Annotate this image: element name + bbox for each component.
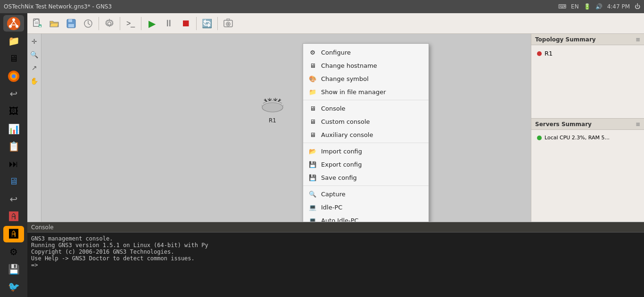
pan-tool[interactable]: ✋	[29, 75, 40, 87]
stop-all-button[interactable]: ⏹	[178, 16, 194, 32]
console-header: Console	[27, 222, 644, 233]
keyboard-icon: ⌨	[558, 3, 566, 10]
toolbar-sep-4	[196, 17, 197, 30]
new-button[interactable]	[29, 16, 45, 32]
menu-auto-idle-pc[interactable]: 💻 Auto Idle-PC	[303, 214, 429, 222]
console-body[interactable]: GNS3 management console. Running GNS3 ve…	[27, 233, 644, 297]
toolbar-sep-3	[141, 17, 141, 30]
menu-change-hostname[interactable]: 🖥 Change hostname	[303, 59, 429, 72]
servers-content: Local CPU 2.3%, RAM 5...	[531, 130, 644, 145]
auto-idle-pc-label: Auto Idle-PC	[321, 217, 359, 222]
menu-custom-console[interactable]: 🖥 Custom console	[303, 115, 429, 128]
dock-bird[interactable]: 🐦	[3, 279, 24, 295]
change-symbol-label: Change symbol	[321, 75, 369, 82]
auxiliary-console-icon: 🖥	[309, 131, 316, 138]
servers-expand[interactable]: ≡	[636, 121, 640, 128]
toolbar-sep-2	[120, 17, 120, 30]
zoom-in-tool[interactable]: 🔍	[29, 49, 40, 60]
console-label: Console	[321, 105, 346, 112]
console-line-2: Running GNS3 version 1.5.1 on Linux (64-…	[31, 242, 640, 249]
app-title: OSTechNix Test Network.gns3* - GNS3	[4, 3, 112, 10]
router-r1[interactable]: R1	[258, 95, 287, 124]
menu-capture[interactable]: 🔍 Capture	[303, 187, 429, 201]
export-icon: 💾	[309, 161, 316, 168]
topology-node-r1[interactable]: R1	[535, 49, 640, 58]
router-svg	[258, 95, 287, 116]
console-line-3: Copyright (c) 2006-2016 GNS3 Technologie…	[31, 249, 640, 255]
configure-icon: ⚙	[309, 48, 316, 56]
dock-image[interactable]: 🖼	[3, 103, 24, 120]
dock-text[interactable]: 📋	[3, 138, 24, 154]
recent-button[interactable]	[80, 16, 96, 32]
screenshot-button[interactable]	[220, 16, 236, 32]
servers-title: Servers Summary	[535, 121, 592, 128]
svg-point-3	[9, 25, 12, 28]
topology-content: R1	[531, 45, 644, 62]
menu-show-in-file-manager[interactable]: 📁 Show in file manager	[303, 85, 429, 98]
dock-settings[interactable]: ⚙	[3, 243, 24, 260]
toolbar-sep-5	[217, 17, 218, 30]
dock-media[interactable]: ⏭	[3, 156, 24, 172]
preferences-button[interactable]	[101, 16, 117, 32]
menu-configure[interactable]: ⚙ Configure	[303, 46, 429, 59]
dock-files[interactable]: 📁	[3, 32, 24, 49]
dock-back[interactable]: ↩	[3, 85, 24, 102]
dock-back2[interactable]: ↩	[3, 191, 24, 207]
router-label: R1	[269, 117, 276, 124]
svg-rect-19	[227, 19, 230, 20]
svg-point-6	[12, 74, 16, 78]
dock-font[interactable]: 🅰	[3, 208, 24, 225]
custom-console-label: Custom console	[321, 118, 370, 125]
console-icon: 🖥	[309, 104, 316, 112]
dock-ubuntu[interactable]	[3, 15, 24, 32]
idle-pc-icon: 💻	[309, 203, 316, 211]
reload-button[interactable]: 🔄	[199, 16, 215, 32]
titlebar-right: ⌨ EN 🔋 🔊 4:47 PM ⏻	[558, 3, 640, 10]
titlebar: OSTechNix Test Network.gns3* - GNS3 ⌨ EN…	[0, 0, 644, 13]
save-button[interactable]	[63, 16, 79, 32]
menu-export-config[interactable]: 💾 Export config	[303, 158, 429, 171]
clock: 4:47 PM	[607, 3, 630, 10]
titlebar-left: OSTechNix Test Network.gns3* - GNS3	[4, 3, 112, 10]
import-config-label: Import config	[321, 148, 362, 155]
canvas-tools: ✛ 🔍 ↗ ✋	[27, 34, 41, 222]
configure-label: Configure	[321, 49, 351, 56]
auxiliary-console-label: Auxiliary console	[321, 131, 373, 138]
arrow-tool[interactable]: ↗	[29, 62, 40, 73]
menu-sep-1	[303, 100, 429, 100]
menu-import-config[interactable]: 📂 Import config	[303, 144, 429, 158]
canvas[interactable]: R1 ⚙ Configure 🖥 Change hostname 🎨 Chang…	[41, 34, 531, 222]
dock-spreadsheet[interactable]: 📊	[3, 120, 24, 137]
right-panels: Topology Summary ≡ R1 Servers Summary ≡	[531, 34, 644, 222]
move-tool[interactable]: ✛	[29, 36, 40, 47]
console-line-6: =>	[31, 262, 640, 268]
workspace: ✛ 🔍 ↗ ✋	[27, 34, 644, 222]
file-manager-icon: 📁	[309, 88, 316, 96]
dock-terminal[interactable]: 🖥	[3, 50, 24, 67]
open-button[interactable]	[46, 16, 62, 32]
menu-auxiliary-console[interactable]: 🖥 Auxiliary console	[303, 128, 429, 141]
menu-idle-pc[interactable]: 💻 Idle-PC	[303, 201, 429, 214]
svg-point-21	[227, 23, 229, 25]
dock-storage[interactable]: 💾	[3, 261, 24, 277]
server-local: Local CPU 2.3%, RAM 5...	[535, 134, 640, 142]
menu-console[interactable]: 🖥 Console	[303, 102, 429, 115]
bottom-console: Console GNS3 management console. Running…	[27, 222, 644, 297]
play-button[interactable]: ▶	[144, 16, 160, 32]
svg-point-2	[16, 25, 18, 28]
pause-button[interactable]: ⏸	[161, 16, 177, 32]
save-config-label: Save config	[321, 174, 357, 181]
topology-expand[interactable]: ≡	[636, 36, 640, 43]
auto-idle-pc-icon: 💻	[309, 217, 316, 222]
menu-sep-3	[303, 185, 429, 186]
terminal-button[interactable]: >_	[123, 16, 139, 32]
servers-header: Servers Summary ≡	[531, 119, 644, 130]
menu-change-symbol[interactable]: 🎨 Change symbol	[303, 72, 429, 85]
export-config-label: Export config	[321, 161, 362, 168]
idle-pc-label: Idle-PC	[321, 204, 342, 211]
dock-screen[interactable]: 🖥	[3, 173, 24, 190]
menu-save-config[interactable]: 💾 Save config	[303, 171, 429, 184]
dock-amazon[interactable]: 🅰	[3, 226, 24, 242]
dock-firefox[interactable]	[3, 68, 24, 84]
content: >_ ▶ ⏸ ⏹ 🔄 ✛ 🔍 ↗	[27, 13, 644, 297]
